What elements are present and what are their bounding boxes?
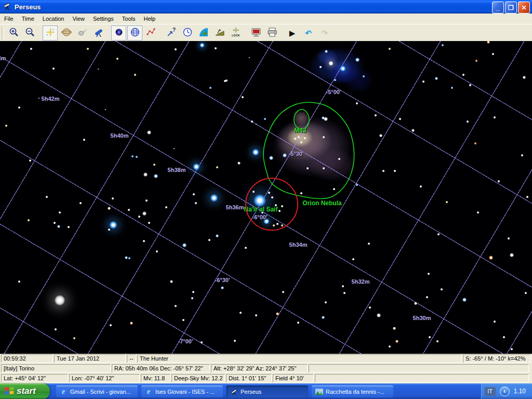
menu-item-file[interactable]: File [0,15,18,23]
constellation-lines-button[interactable] [143,25,158,41]
screen-button[interactable] [248,25,263,41]
taskbar-task-2[interactable]: eIses Giovani - ISES - ... [141,385,223,397]
star [494,321,496,323]
horizon-button[interactable] [212,25,227,41]
star [298,136,300,138]
star [98,69,99,70]
taskbar-task-1[interactable]: eGmail - Scrivi - giovan... [56,385,138,397]
ra-grid-label: 5h32m [352,278,370,285]
menu-item-time[interactable]: Time [18,15,38,23]
dec-grid-label: -6°30' [215,277,230,283]
star [394,170,396,172]
star [363,75,365,77]
star [87,48,89,50]
star [489,256,493,260]
star [269,156,273,160]
star [216,166,218,168]
star [382,170,384,172]
print-button[interactable] [264,25,280,41]
taskbar-task-4[interactable]: Racchetta da tennis -... [312,385,393,397]
identify-button[interactable]: ? [164,25,179,41]
star [242,96,244,98]
star [325,301,327,303]
earth-map-icon [198,27,209,39]
menu-item-tools[interactable]: Tools [118,15,140,23]
star [182,243,187,247]
star [174,148,175,149]
comets-button[interactable] [75,25,90,41]
star [170,280,173,283]
star [125,256,128,259]
play-button[interactable]: ▶ [285,25,300,41]
start-button[interactable]: start [0,383,50,399]
dec-grid-label: -7°00' [178,338,193,344]
svg-text:?: ? [172,27,176,33]
star [355,58,360,62]
star [283,153,287,157]
location-button[interactable] [196,25,211,41]
star [131,155,134,157]
undo-icon: ↶ [305,29,312,38]
star [109,221,117,229]
status-panel: S: -65° / M: -10° k=42% [463,354,531,363]
toolbar-grip[interactable] [2,27,4,39]
star [492,53,494,55]
play-icon: ▶ [289,29,296,38]
taskbar-task-3[interactable]: Perseus [227,385,308,397]
restore-button[interactable]: ❐ [505,2,517,14]
status-bar: 00:59:32Tue 17 Jan 2012--The HunterS: -6… [0,354,532,383]
tray-chevron-icon[interactable]: ‹ [500,387,510,396]
sky-map[interactable]: 5h44m5h42m5h40m5h38m5h36m5h34m5h32m5h30m… [0,41,532,354]
deep-sky-button[interactable] [111,25,126,41]
star [108,207,111,210]
status-panel: Mv: 11.8 [141,374,170,382]
clock-icon [182,27,193,39]
star [511,348,513,350]
star [356,184,358,186]
telescope-button[interactable] [91,25,106,41]
telescope-app-icon [3,3,12,11]
coordinate-grid-button[interactable] [127,25,142,41]
constellation-icon [146,27,156,39]
star [328,61,334,66]
star [323,167,325,169]
menu-item-location[interactable]: Location [38,15,69,23]
windows-logo-icon [4,387,15,396]
planets-button[interactable] [59,25,74,41]
minimize-button[interactable]: _ [492,2,504,14]
star [429,336,431,338]
lock-button[interactable]: LOCK [228,25,243,41]
redo-button[interactable]: ↷ [317,25,332,41]
undo-button[interactable]: ↶ [301,25,316,41]
menu-item-help[interactable]: Help [139,15,159,23]
close-button[interactable]: ✕ [518,2,530,14]
task-label: Ises Giovani - ISES - ... [155,389,215,395]
time-button[interactable] [180,25,195,41]
taskbar-clock: 1.10 [514,388,526,395]
language-indicator[interactable]: IT [485,387,496,396]
star [320,66,322,68]
planet-icon [61,27,72,39]
star [256,124,257,125]
zoom-in-button[interactable] [6,25,21,41]
menu-item-settings[interactable]: Settings [89,15,118,23]
picture-icon [315,388,323,396]
star [245,247,247,249]
status-panel: Deep-Sky Mv: 12.2 [171,374,225,382]
task-label: Perseus [241,389,261,395]
star [153,164,155,166]
star [379,134,382,137]
star [451,87,453,89]
stars-display-button[interactable] [43,25,58,41]
zoom-out-button[interactable] [22,25,37,41]
star [297,322,299,324]
printer-icon [267,27,277,39]
star [503,336,505,338]
star [526,196,528,198]
title-bar[interactable]: Perseus _ ❐ ✕ [0,0,532,14]
star [435,77,438,80]
star [46,196,48,198]
status-panel: Lon: -07° 40' 12" [69,374,140,382]
menu-item-view[interactable]: View [68,15,89,23]
arrow-question-icon: ? [166,27,177,39]
